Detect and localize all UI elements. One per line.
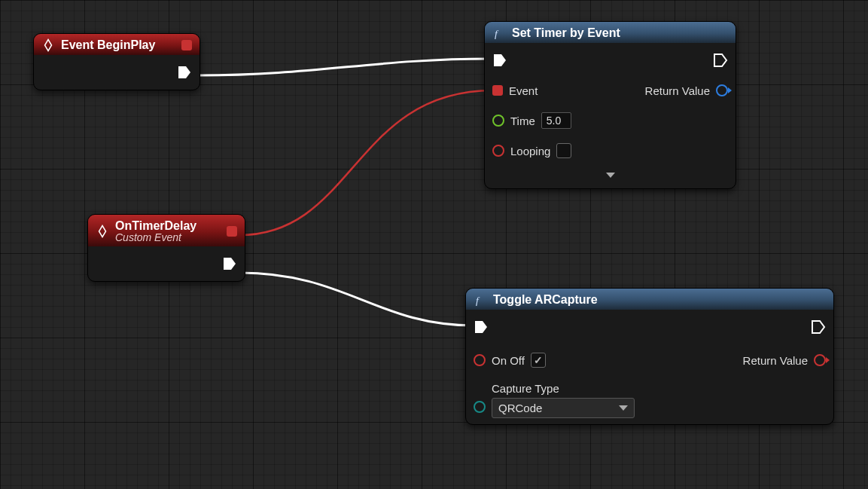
- time-in-pin[interactable]: [492, 115, 504, 127]
- node-header[interactable]: Event BeginPlay: [34, 34, 199, 55]
- pin-label-time: Time: [510, 115, 535, 127]
- node-settimer[interactable]: f Set Timer by Event Event Return Value: [484, 21, 736, 189]
- time-input[interactable]: [541, 112, 571, 129]
- looping-checkbox[interactable]: [556, 143, 571, 158]
- exec-in-pin[interactable]: [492, 53, 507, 68]
- pin-label-looping: Looping: [510, 145, 550, 157]
- exec-out-pin[interactable]: [713, 53, 728, 68]
- pin-label-return: Return Value: [645, 84, 710, 97]
- node-header[interactable]: OnTimerDelay Custom Event: [88, 215, 245, 246]
- node-title: Event BeginPlay: [61, 38, 155, 52]
- node-body: Event Return Value Time Looping: [485, 43, 736, 188]
- node-title: Toggle ARCapture: [493, 293, 598, 307]
- capturetype-in-pin[interactable]: [474, 401, 486, 413]
- event-icon: [41, 38, 55, 52]
- looping-in-pin[interactable]: [492, 145, 504, 157]
- function-icon: f: [492, 26, 506, 40]
- svg-text:f: f: [495, 28, 499, 39]
- expand-node-button[interactable]: [492, 170, 728, 182]
- onoff-checkbox[interactable]: [531, 353, 546, 368]
- exec-in-pin[interactable]: [474, 319, 489, 335]
- chevron-down-icon: [619, 405, 628, 411]
- return-value-pin[interactable]: [716, 84, 728, 96]
- pin-label-event: Event: [509, 84, 538, 97]
- pin-label-return: Return Value: [743, 354, 808, 367]
- svg-text:f: f: [476, 295, 480, 306]
- pin-label-onoff: On Off: [492, 354, 525, 367]
- node-title: Set Timer by Event: [512, 26, 620, 40]
- node-event-beginplay[interactable]: Event BeginPlay: [33, 33, 200, 90]
- node-body: On Off Return Value Capture Type QRCode: [466, 310, 833, 424]
- pin-label-capturetype: Capture Type: [492, 382, 635, 395]
- exec-out-pin[interactable]: [177, 65, 192, 80]
- exec-out-pin[interactable]: [811, 319, 826, 335]
- node-togglearcapture[interactable]: f Toggle ARCapture On Off Return Value: [465, 288, 834, 425]
- node-subtitle: Custom Event: [115, 231, 196, 243]
- return-value-pin[interactable]: [814, 354, 826, 366]
- node-body: [88, 246, 245, 281]
- event-icon: [96, 225, 109, 238]
- delegate-pin[interactable]: [181, 40, 192, 50]
- event-in-pin[interactable]: [492, 85, 503, 96]
- node-header[interactable]: f Toggle ARCapture: [466, 289, 833, 310]
- onoff-in-pin[interactable]: [474, 354, 486, 366]
- function-icon: f: [474, 293, 487, 307]
- chevron-down-icon: [606, 173, 615, 178]
- node-header[interactable]: f Set Timer by Event: [485, 22, 736, 43]
- capturetype-dropdown[interactable]: QRCode: [492, 398, 635, 418]
- dropdown-value: QRCode: [498, 402, 542, 414]
- node-ontimerdelay[interactable]: OnTimerDelay Custom Event: [87, 214, 245, 282]
- node-body: [34, 55, 199, 90]
- delegate-pin[interactable]: [227, 226, 237, 237]
- exec-out-pin[interactable]: [222, 256, 237, 271]
